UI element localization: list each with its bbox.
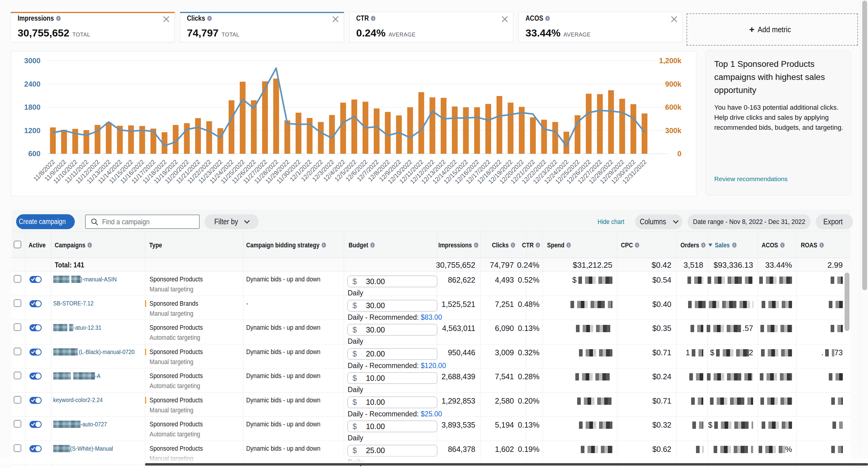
svg-text:600: 600 xyxy=(28,150,40,158)
svg-text:2400: 2400 xyxy=(24,80,40,88)
svg-text:1200: 1200 xyxy=(24,126,40,135)
svg-text:900k: 900k xyxy=(665,80,682,88)
svg-text:0: 0 xyxy=(677,150,681,158)
svg-text:600k: 600k xyxy=(665,103,682,111)
svg-text:300k: 300k xyxy=(665,126,682,135)
svg-text:1800: 1800 xyxy=(24,103,40,111)
svg-text:1,200k: 1,200k xyxy=(659,57,682,65)
svg-text:3000: 3000 xyxy=(24,57,40,65)
